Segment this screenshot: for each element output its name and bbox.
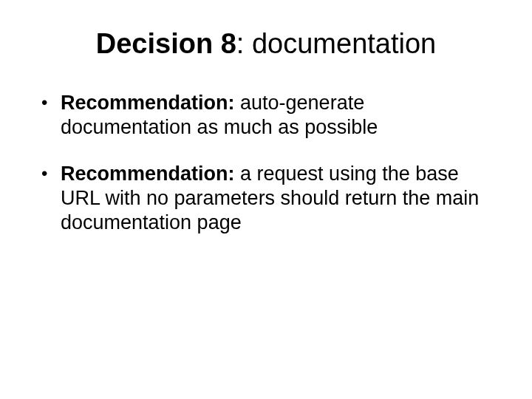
- title-bold-part: Decision 8: [96, 28, 236, 59]
- bullet-label: Recommendation:: [61, 92, 235, 114]
- bullet-label: Recommendation:: [61, 163, 235, 185]
- bullet-list: Recommendation: auto-generate documentat…: [37, 91, 495, 235]
- title-rest-part: : documentation: [236, 28, 436, 59]
- list-item: Recommendation: auto-generate documentat…: [37, 91, 495, 140]
- slide-title: Decision 8: documentation: [37, 28, 495, 60]
- list-item: Recommendation: a request using the base…: [37, 162, 495, 235]
